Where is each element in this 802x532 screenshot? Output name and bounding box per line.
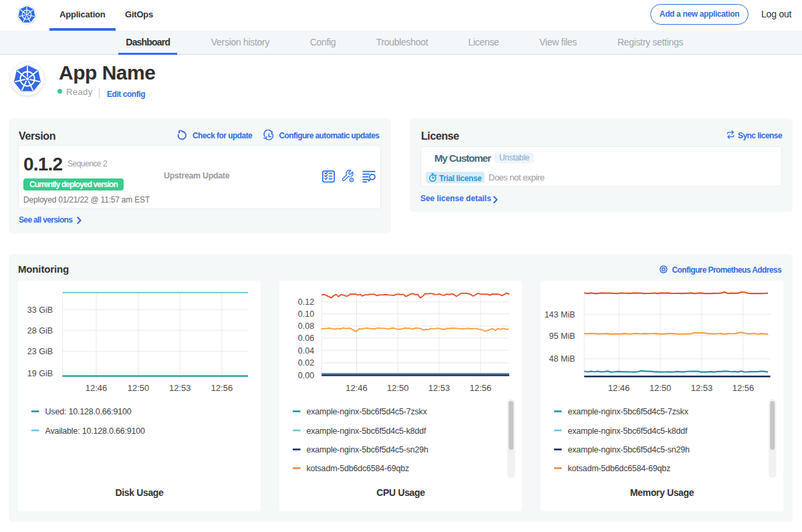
- svg-text:Used: 10.128.0.66:9100: Used: 10.128.0.66:9100: [45, 407, 132, 416]
- svg-text:33 GiB: 33 GiB: [27, 305, 53, 315]
- svg-text:0.06: 0.06: [298, 334, 314, 343]
- svg-text:48 MiB: 48 MiB: [549, 354, 575, 364]
- svg-text:0.02: 0.02: [298, 358, 314, 368]
- svg-text:12:53: 12:53: [691, 383, 713, 393]
- svg-text:12:50: 12:50: [128, 383, 150, 393]
- svg-text:12:53: 12:53: [428, 383, 450, 393]
- svg-text:19 GiB: 19 GiB: [27, 369, 53, 378]
- svg-text:Available: 10.128.0.66:9100: Available: 10.128.0.66:9100: [45, 426, 146, 436]
- svg-text:12:46: 12:46: [86, 383, 108, 393]
- svg-text:0.12: 0.12: [298, 297, 314, 307]
- svg-text:0.00: 0.00: [298, 371, 314, 380]
- svg-text:example-nginx-5bc6f5d4c5-sn29h: example-nginx-5bc6f5d4c5-sn29h: [307, 445, 429, 454]
- svg-text:12:50: 12:50: [387, 383, 409, 393]
- svg-text:12:46: 12:46: [608, 383, 630, 393]
- svg-text:143 MiB: 143 MiB: [545, 310, 575, 319]
- svg-text:95 MiB: 95 MiB: [549, 331, 575, 341]
- svg-text:kotsadm-5db6dc6584-69qbz: kotsadm-5db6dc6584-69qbz: [568, 464, 671, 473]
- svg-text:example-nginx-5bc6f5d4c5-7zskx: example-nginx-5bc6f5d4c5-7zskx: [568, 407, 689, 416]
- svg-text:0.04: 0.04: [298, 346, 314, 356]
- svg-text:12:56: 12:56: [732, 383, 755, 393]
- svg-text:0.10: 0.10: [298, 309, 314, 319]
- svg-text:example-nginx-5bc6f5d4c5-sn29h: example-nginx-5bc6f5d4c5-sn29h: [568, 445, 690, 454]
- svg-text:kotsadm-5db6dc6584-69qbz: kotsadm-5db6dc6584-69qbz: [307, 464, 410, 473]
- svg-text:23 GiB: 23 GiB: [27, 347, 53, 356]
- svg-text:12:56: 12:56: [470, 383, 492, 393]
- svg-text:example-nginx-5bc6f5d4c5-7zskx: example-nginx-5bc6f5d4c5-7zskx: [307, 407, 428, 416]
- svg-text:12:56: 12:56: [211, 383, 233, 393]
- svg-text:12:53: 12:53: [169, 383, 191, 393]
- svg-text:0.08: 0.08: [298, 321, 314, 331]
- svg-text:12:50: 12:50: [650, 383, 672, 393]
- svg-text:example-nginx-5bc6f5d4c5-k8ddf: example-nginx-5bc6f5d4c5-k8ddf: [568, 426, 688, 436]
- svg-text:example-nginx-5bc6f5d4c5-k8ddf: example-nginx-5bc6f5d4c5-k8ddf: [307, 426, 427, 436]
- svg-text:28 GiB: 28 GiB: [27, 326, 53, 336]
- svg-text:12:46: 12:46: [346, 383, 368, 393]
